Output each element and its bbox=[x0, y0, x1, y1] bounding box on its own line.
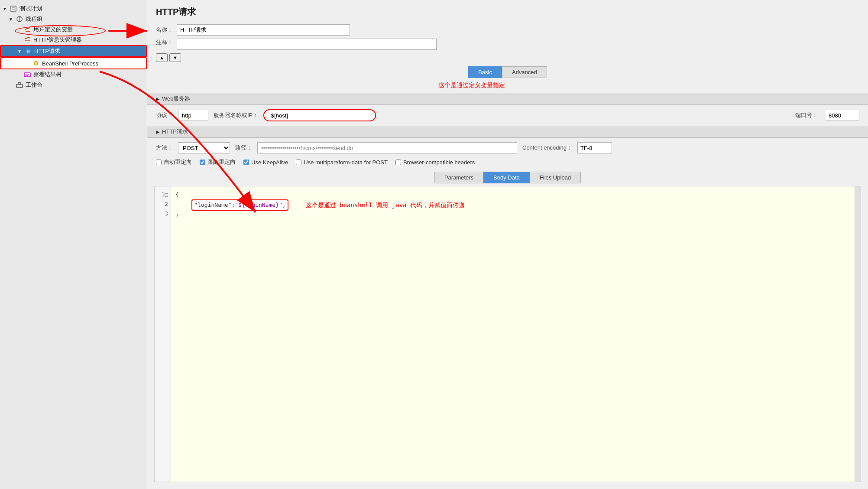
section-arrow: ▶ bbox=[156, 96, 159, 102]
code-line-2: "loginName" : "${loginName}" , 这个是通过 bea… bbox=[175, 199, 850, 211]
comment-input[interactable] bbox=[177, 39, 437, 50]
sidebar-item-thread-group[interactable]: ▼ 线程组 bbox=[0, 14, 147, 24]
keep-alive-label: Use KeepAlive bbox=[251, 159, 288, 166]
port-label: 端口号： bbox=[795, 111, 818, 119]
user-vars-icon bbox=[23, 26, 31, 33]
http-header-icon bbox=[23, 36, 31, 44]
svg-text:B: B bbox=[35, 62, 37, 66]
protocol-input[interactable] bbox=[178, 110, 208, 121]
svg-rect-13 bbox=[24, 73, 30, 77]
brace-close: } bbox=[175, 211, 179, 220]
user-vars-label: 用户定义的变量 bbox=[33, 26, 73, 33]
auto-redirect-input[interactable] bbox=[156, 160, 162, 165]
follow-redirect-label: 跟随重定向 bbox=[207, 158, 236, 166]
code-area-wrapper: 1□ 2 3 { "loginName" : "${loginName}" , bbox=[154, 186, 861, 482]
thread-group-label: 线程组 bbox=[26, 15, 42, 23]
keep-alive-input[interactable] bbox=[243, 160, 249, 165]
sidebar-item-test-plan[interactable]: ▼ 测试计划 bbox=[0, 3, 147, 14]
svg-rect-0 bbox=[11, 6, 16, 11]
sidebar-item-user-vars[interactable]: 用户定义的变量 bbox=[0, 24, 147, 35]
sidebar-item-http-request[interactable]: ▼ H HTTP请求 bbox=[0, 45, 147, 57]
collapse-arrow: ▼ bbox=[3, 7, 9, 11]
http-request-icon: H bbox=[24, 47, 32, 55]
web-server-section: ▶ Web服务器 bbox=[147, 93, 868, 105]
tab-parameters[interactable]: Parameters bbox=[434, 172, 483, 183]
svg-line-7 bbox=[25, 37, 30, 39]
colon: : bbox=[231, 200, 235, 210]
method-label: 方法： bbox=[156, 144, 173, 152]
beanshell-icon: B bbox=[32, 59, 40, 67]
line-numbers: 1□ 2 3 bbox=[155, 186, 171, 482]
sidebar-item-beanshell[interactable]: B BeanShell PreProcess bbox=[0, 57, 147, 69]
svg-line-5 bbox=[25, 28, 30, 29]
multipart-checkbox[interactable]: Use multipart/form-data for POST bbox=[296, 159, 388, 166]
follow-redirect-checkbox[interactable]: 跟随重定向 bbox=[200, 158, 236, 166]
auto-redirect-label: 自动重定向 bbox=[164, 158, 192, 166]
http-header-label: HTTP信息头管理器 bbox=[33, 36, 82, 44]
code-highlight-box: "loginName" : "${loginName}" , bbox=[191, 199, 288, 211]
http-section-label: HTTP请求 bbox=[162, 128, 188, 136]
svg-rect-17 bbox=[18, 82, 21, 85]
protocol-label: 协议： bbox=[156, 111, 173, 119]
code-line-1: { bbox=[175, 190, 850, 199]
browser-headers-checkbox[interactable]: Browser-compatible headers bbox=[395, 159, 475, 166]
name-input[interactable] bbox=[177, 24, 350, 36]
port-input[interactable] bbox=[825, 110, 859, 121]
method-path-row: 方法： POST GET PUT DELETE 路径： Content enco… bbox=[147, 140, 868, 156]
scrollbar[interactable] bbox=[855, 186, 861, 482]
comma: , bbox=[282, 200, 286, 210]
encoding-label: Content encoding： bbox=[522, 144, 572, 152]
tab-basic[interactable]: Basic bbox=[468, 66, 502, 78]
method-select[interactable]: POST GET PUT DELETE bbox=[178, 142, 230, 153]
checkbox-row: 自动重定向 跟随重定向 Use KeepAlive Use multipart/… bbox=[147, 156, 868, 168]
brace-open: { bbox=[175, 190, 179, 199]
web-server-row: 协议： 服务器名称或IP： 端口号： bbox=[147, 107, 868, 124]
multipart-input[interactable] bbox=[296, 160, 301, 165]
section-arrow2: ▶ bbox=[156, 129, 159, 135]
svg-text:H: H bbox=[27, 49, 30, 54]
name-row: 名称： bbox=[147, 22, 868, 38]
comment-row: 注释： bbox=[147, 38, 868, 52]
server-input[interactable] bbox=[263, 109, 376, 121]
path-input[interactable] bbox=[257, 142, 517, 153]
sidebar: ▼ 测试计划 ▼ 线程组 用户定义的变量 HTTP信息头管理器 ▼ bbox=[0, 0, 147, 489]
browser-headers-label: Browser-compatible headers bbox=[403, 159, 475, 166]
comment-label: 注释： bbox=[156, 39, 173, 46]
name-label: 名称： bbox=[156, 26, 173, 34]
sidebar-item-results-tree[interactable]: 察看结果树 bbox=[0, 69, 147, 80]
encoding-input[interactable] bbox=[577, 142, 612, 153]
browser-headers-input[interactable] bbox=[395, 160, 401, 165]
tab-advanced[interactable]: Advanced bbox=[502, 66, 547, 78]
auto-redirect-checkbox[interactable]: 自动重定向 bbox=[156, 158, 192, 166]
workbench-icon bbox=[16, 81, 23, 89]
web-server-label: Web服务器 bbox=[162, 95, 191, 103]
results-tree-label: 察看结果树 bbox=[33, 71, 62, 78]
beanshell-annotation: 这个是通过 beanshell 调用 java 代码，并赋值而传递 bbox=[306, 200, 465, 210]
test-plan-icon bbox=[10, 5, 17, 13]
code-line-3: } bbox=[175, 211, 850, 220]
sidebar-item-http-header[interactable]: HTTP信息头管理器 bbox=[0, 35, 147, 45]
multipart-label: Use multipart/form-data for POST bbox=[304, 159, 388, 166]
http-section: ▶ HTTP请求 bbox=[147, 126, 868, 138]
beanshell-label: BeanShell PreProcess bbox=[42, 60, 98, 67]
panel-title: HTTP请求 bbox=[147, 0, 868, 22]
main-tabs-row: Basic Advanced 这个是通过定义变量指定 bbox=[147, 63, 868, 91]
code-key: "loginName" bbox=[194, 200, 231, 210]
basic-annotation: 这个是通过定义变量指定 bbox=[438, 82, 505, 89]
collapse-arrow: ▼ bbox=[17, 49, 23, 54]
code-value: "${loginName}" bbox=[235, 200, 282, 210]
main-panel: HTTP请求 名称： 注释： ▲ ▼ Basic Advanced 这个是通过定… bbox=[147, 0, 868, 489]
sidebar-item-workbench[interactable]: 工作台 bbox=[0, 80, 147, 90]
path-label: 路径： bbox=[235, 144, 252, 152]
code-content[interactable]: { "loginName" : "${loginName}" , 这个是通过 b… bbox=[171, 186, 855, 482]
move-up-button[interactable]: ▲ bbox=[156, 53, 168, 62]
keep-alive-checkbox[interactable]: Use KeepAlive bbox=[243, 159, 288, 166]
test-plan-label: 测试计划 bbox=[19, 5, 42, 13]
thread-group-icon bbox=[16, 15, 23, 23]
tab-body-data[interactable]: Body Data bbox=[483, 172, 530, 183]
follow-redirect-input[interactable] bbox=[200, 160, 205, 165]
tab-files-upload[interactable]: Files Upload bbox=[530, 172, 581, 183]
move-down-button[interactable]: ▼ bbox=[169, 53, 181, 62]
http-request-panel: HTTP请求 名称： 注释： ▲ ▼ Basic Advanced 这个是通过定… bbox=[147, 0, 868, 489]
server-label: 服务器名称或IP： bbox=[214, 111, 258, 119]
